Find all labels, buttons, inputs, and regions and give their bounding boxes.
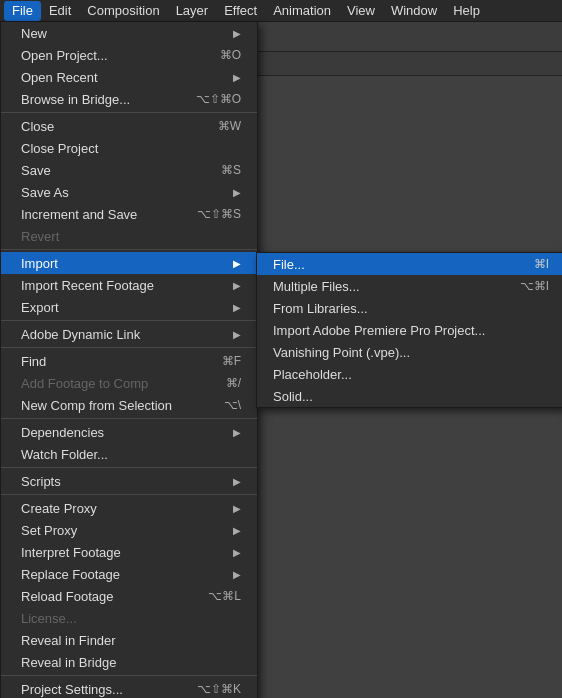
submenu-item-label-placeholder: Placeholder...	[273, 367, 549, 382]
submenu-arrow-save-as: ▶	[233, 187, 241, 198]
menu-item-close-project[interactable]: Close Project	[1, 137, 257, 159]
menu-item-label-close-project: Close Project	[21, 141, 241, 156]
menu-item-label-increment-save: Increment and Save	[21, 207, 177, 222]
menubar-item-composition[interactable]: Composition	[79, 1, 167, 21]
submenu-arrow-import: ▶	[233, 258, 241, 269]
submenu-arrow-interpret-footage: ▶	[233, 547, 241, 558]
menubar-item-help[interactable]: Help	[445, 1, 488, 21]
menu-item-label-browse-bridge: Browse in Bridge...	[21, 92, 176, 107]
menu-item-reload-footage[interactable]: Reload Footage⌥⌘L	[1, 585, 257, 607]
menubar-item-edit[interactable]: Edit	[41, 1, 79, 21]
submenu-item-shortcut-file: ⌘I	[534, 257, 549, 271]
submenu-item-from-libraries[interactable]: From Libraries...	[257, 297, 562, 319]
menu-item-label-replace-footage: Replace Footage	[21, 567, 229, 582]
menubar-item-layer[interactable]: Layer	[168, 1, 217, 21]
menu-item-label-open-recent: Open Recent	[21, 70, 229, 85]
menu-item-revert: Revert	[1, 225, 257, 247]
menu-item-set-proxy[interactable]: Set Proxy▶	[1, 519, 257, 541]
menubar-item-effect[interactable]: Effect	[216, 1, 265, 21]
submenu-item-label-file: File...	[273, 257, 524, 272]
menu-item-browse-bridge[interactable]: Browse in Bridge...⌥⇧⌘O	[1, 88, 257, 110]
menubar-item-view[interactable]: View	[339, 1, 383, 21]
menubar-item-window[interactable]: Window	[383, 1, 445, 21]
menu-separator	[1, 418, 257, 419]
submenu-arrow-import-recent: ▶	[233, 280, 241, 291]
submenu-item-import-premiere[interactable]: Import Adobe Premiere Pro Project...	[257, 319, 562, 341]
menu-item-label-dependencies: Dependencies	[21, 425, 229, 440]
menu-item-increment-save[interactable]: Increment and Save⌥⇧⌘S	[1, 203, 257, 225]
menu-item-reveal-bridge[interactable]: Reveal in Bridge	[1, 651, 257, 673]
menu-item-close[interactable]: Close⌘W	[1, 115, 257, 137]
menu-item-import[interactable]: Import▶	[1, 252, 257, 274]
menu-item-label-find: Find	[21, 354, 202, 369]
submenu-item-multiple-files[interactable]: Multiple Files...⌥⌘I	[257, 275, 562, 297]
submenu-item-solid[interactable]: Solid...	[257, 385, 562, 407]
menu-item-shortcut-new-comp-selection: ⌥\	[224, 398, 241, 412]
menu-item-label-import-recent: Import Recent Footage	[21, 278, 229, 293]
menu-item-label-revert: Revert	[21, 229, 241, 244]
menu-item-watch-folder[interactable]: Watch Folder...	[1, 443, 257, 465]
submenu-item-label-multiple-files: Multiple Files...	[273, 279, 510, 294]
menu-separator	[1, 347, 257, 348]
menu-item-label-import: Import	[21, 256, 229, 271]
menu-item-save[interactable]: Save⌘S	[1, 159, 257, 181]
menu-item-label-project-settings: Project Settings...	[21, 682, 177, 697]
menu-item-label-add-footage: Add Footage to Comp	[21, 376, 206, 391]
file-menu-dropdown: New▶Open Project...⌘OOpen Recent▶Browse …	[0, 22, 258, 698]
menu-item-shortcut-close: ⌘W	[218, 119, 241, 133]
menu-separator	[1, 112, 257, 113]
menu-item-scripts[interactable]: Scripts▶	[1, 470, 257, 492]
import-submenu: File...⌘IMultiple Files...⌥⌘IFrom Librar…	[256, 252, 562, 408]
menu-item-label-reload-footage: Reload Footage	[21, 589, 188, 604]
menu-item-label-new: New	[21, 26, 229, 41]
submenu-item-label-solid: Solid...	[273, 389, 549, 404]
submenu-item-label-vanishing-point: Vanishing Point (.vpe)...	[273, 345, 549, 360]
submenu-arrow-dependencies: ▶	[233, 427, 241, 438]
menu-item-export[interactable]: Export▶	[1, 296, 257, 318]
submenu-arrow-adobe-dynamic-link: ▶	[233, 329, 241, 340]
menu-separator	[1, 320, 257, 321]
menu-item-label-save-as: Save As	[21, 185, 229, 200]
menu-item-new-comp-selection[interactable]: New Comp from Selection⌥\	[1, 394, 257, 416]
menu-item-label-set-proxy: Set Proxy	[21, 523, 229, 538]
menu-item-open-project[interactable]: Open Project...⌘O	[1, 44, 257, 66]
menu-item-import-recent[interactable]: Import Recent Footage▶	[1, 274, 257, 296]
submenu-arrow-scripts: ▶	[233, 476, 241, 487]
menubar-item-file[interactable]: File	[4, 1, 41, 21]
menu-item-label-close: Close	[21, 119, 198, 134]
menu-item-add-footage: Add Footage to Comp⌘/	[1, 372, 257, 394]
menu-item-shortcut-browse-bridge: ⌥⇧⌘O	[196, 92, 241, 106]
menu-item-create-proxy[interactable]: Create Proxy▶	[1, 497, 257, 519]
menu-item-label-watch-folder: Watch Folder...	[21, 447, 241, 462]
menu-item-shortcut-open-project: ⌘O	[220, 48, 241, 62]
menu-item-new[interactable]: New▶	[1, 22, 257, 44]
submenu-item-vanishing-point[interactable]: Vanishing Point (.vpe)...	[257, 341, 562, 363]
menu-item-shortcut-add-footage: ⌘/	[226, 376, 241, 390]
submenu-item-label-from-libraries: From Libraries...	[273, 301, 549, 316]
submenu-arrow-new: ▶	[233, 28, 241, 39]
submenu-item-file[interactable]: File...⌘I	[257, 253, 562, 275]
submenu-item-placeholder[interactable]: Placeholder...	[257, 363, 562, 385]
menu-item-label-license: License...	[21, 611, 241, 626]
menu-separator	[1, 494, 257, 495]
menu-item-adobe-dynamic-link[interactable]: Adobe Dynamic Link▶	[1, 323, 257, 345]
menu-item-interpret-footage[interactable]: Interpret Footage▶	[1, 541, 257, 563]
menu-item-save-as[interactable]: Save As▶	[1, 181, 257, 203]
menu-item-shortcut-find: ⌘F	[222, 354, 241, 368]
menu-item-shortcut-reload-footage: ⌥⌘L	[208, 589, 241, 603]
menu-item-project-settings[interactable]: Project Settings...⌥⇧⌘K	[1, 678, 257, 698]
submenu-arrow-open-recent: ▶	[233, 72, 241, 83]
menu-item-open-recent[interactable]: Open Recent▶	[1, 66, 257, 88]
menubar: FileEditCompositionLayerEffectAnimationV…	[0, 0, 562, 22]
menu-item-label-reveal-finder: Reveal in Finder	[21, 633, 241, 648]
menu-item-reveal-finder[interactable]: Reveal in Finder	[1, 629, 257, 651]
submenu-arrow-create-proxy: ▶	[233, 503, 241, 514]
menubar-item-animation[interactable]: Animation	[265, 1, 339, 21]
menu-item-label-export: Export	[21, 300, 229, 315]
menu-item-replace-footage[interactable]: Replace Footage▶	[1, 563, 257, 585]
menu-item-find[interactable]: Find⌘F	[1, 350, 257, 372]
submenu-item-label-import-premiere: Import Adobe Premiere Pro Project...	[273, 323, 549, 338]
menu-item-dependencies[interactable]: Dependencies▶	[1, 421, 257, 443]
menu-item-label-reveal-bridge: Reveal in Bridge	[21, 655, 241, 670]
submenu-item-shortcut-multiple-files: ⌥⌘I	[520, 279, 549, 293]
